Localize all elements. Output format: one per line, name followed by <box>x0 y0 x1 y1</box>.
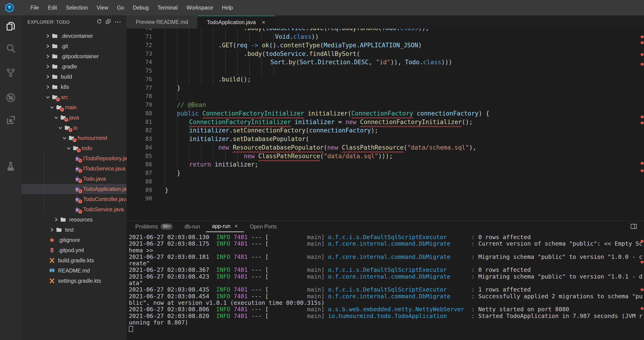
close-tab-icon[interactable]: × <box>234 223 238 229</box>
terminal-output[interactable]: 2021-06-27 02:03:08.130 INFO 7481 --- [ … <box>126 232 644 332</box>
editor-tab-preview-readme.md[interactable]: Preview README.md <box>126 15 198 28</box>
panel-tab-app-run[interactable]: app-run× <box>206 221 244 232</box>
code-line[interactable]: 76.build(); <box>126 75 644 84</box>
folder-file-icon <box>56 227 63 233</box>
code-line[interactable]: 77} <box>126 84 644 92</box>
activity-files-icon[interactable] <box>0 20 21 33</box>
code-line[interactable]: 80public ConnectionFactoryInitializer in… <box>126 109 644 118</box>
terminal-line: 2021-06-27 02:03:08.806 INFO 7481 --- [ … <box>129 306 644 313</box>
tree-item-main[interactable]: ×main <box>21 102 126 112</box>
tree-item-label: build <box>61 74 72 80</box>
tree-item-README.md[interactable]: README.md <box>21 266 126 276</box>
tree-item-.gitignore[interactable]: .gitignore <box>21 235 126 245</box>
chevron-right-icon <box>46 54 52 59</box>
close-tab-icon[interactable]: × <box>262 19 265 26</box>
terminal-line: reate" <box>129 260 644 267</box>
editor-tab-todoapplication.java[interactable]: TodoApplication.java× <box>198 15 275 28</box>
error-badge: × <box>72 138 77 143</box>
tree-item-.gradle[interactable]: .gradle <box>21 61 126 72</box>
error-badge: × <box>78 199 83 204</box>
tree-item-Todo.java[interactable]: ×Todo.java <box>21 174 126 184</box>
tree-item-resources[interactable]: resources <box>21 215 126 225</box>
tree-item-src[interactable]: ×src <box>21 92 126 102</box>
tree-item-.git[interactable]: .git <box>21 41 126 51</box>
menu-item-edit[interactable]: Edit <box>44 0 62 15</box>
activity-test-flask-icon[interactable] <box>0 160 21 173</box>
error-ruler-mark <box>641 63 644 65</box>
split-panel-icon[interactable] <box>630 224 637 230</box>
code-line[interactable]: 85new ClassPathResource("data/data.sql")… <box>126 152 644 160</box>
code-line[interactable]: 83initializer.setDatabasePopulator( <box>126 135 644 143</box>
activity-search-icon[interactable] <box>0 42 21 55</box>
tree-item-todo[interactable]: ×todo <box>21 143 126 153</box>
activity-debug-icon[interactable] <box>0 91 21 104</box>
tree-item-build[interactable]: build <box>21 72 126 82</box>
tree-item-java[interactable]: ×java <box>21 112 126 123</box>
error-ruler-mark <box>641 122 644 124</box>
indent-guides <box>165 84 177 92</box>
code-line[interactable]: 88 <box>126 177 644 186</box>
code-area[interactable]: 70.body(todoService.save(req.bodyToMono(… <box>126 28 644 203</box>
tree-item-humourmind[interactable]: ×humourmind <box>21 133 126 143</box>
menu-item-selection[interactable]: Selection <box>62 0 92 15</box>
panel-tab-problems[interactable]: Problems99+ <box>129 221 178 232</box>
indent-guides <box>165 169 177 177</box>
code-line[interactable]: 79// @Bean <box>126 101 644 109</box>
collapse-all-icon[interactable] <box>106 19 111 25</box>
code-line[interactable]: 89} <box>126 186 644 195</box>
refresh-icon[interactable] <box>96 19 102 25</box>
menu-item-debug[interactable]: Debug <box>128 0 153 15</box>
code-line[interactable]: 74Sort.by(Sort.Direction.DESC, "id")), T… <box>126 58 644 66</box>
tree-item-ITodoRepository.java[interactable]: ×ITodoRepository.java <box>21 153 126 164</box>
git-file-icon <box>49 237 56 243</box>
menu-item-help[interactable]: Help <box>218 0 237 15</box>
menu-item-view[interactable]: View <box>92 0 112 15</box>
activity-extensions-icon[interactable] <box>0 114 21 127</box>
code-line[interactable]: 81ConnectionFactoryInitializer initializ… <box>126 118 644 126</box>
more-actions-icon[interactable]: ··· <box>115 21 122 23</box>
menu-item-go[interactable]: Go <box>112 0 128 15</box>
tree-item-ITodoService.java[interactable]: ×ITodoService.java <box>21 164 126 174</box>
tree-item-.devcontainer[interactable]: .devcontainer <box>21 31 126 41</box>
panel-tab-open-ports[interactable]: Open Ports <box>244 221 283 232</box>
tree-item-test[interactable]: test <box>21 225 126 235</box>
code-line[interactable]: 70.body(todoService.save(req.bodyToMono(… <box>126 28 644 32</box>
indent-guides <box>165 152 244 160</box>
error-badge: × <box>76 148 81 153</box>
tree-item-build.gradle.kts[interactable]: build.gradle.kts <box>21 255 126 266</box>
activity-source-control-icon[interactable] <box>0 66 21 79</box>
panel-tab-db-run[interactable]: db-run <box>178 221 206 232</box>
line-number: 72 <box>126 41 152 50</box>
code-line[interactable]: 84new ResourceDatabasePopulator(new Clas… <box>126 143 644 152</box>
tree-item-io[interactable]: ×io <box>21 123 126 133</box>
java-file-icon: × <box>74 196 81 202</box>
tree-item-settings.gradle.kts[interactable]: settings.gradle.kts <box>21 276 126 286</box>
code-line[interactable]: 82initializer.setConnectionFactory(conne… <box>126 126 644 135</box>
error-badge: × <box>78 168 83 173</box>
code-line[interactable]: 72.GET(req -> ok().contentType(MediaType… <box>126 41 644 50</box>
code-line[interactable]: 75 <box>126 66 644 75</box>
indent-guides <box>165 109 177 118</box>
menu-item-file[interactable]: File <box>26 0 44 15</box>
code-line[interactable]: 90 <box>126 194 644 203</box>
tree-item-k8s[interactable]: k8s <box>21 82 126 92</box>
chevron-down-icon <box>54 115 60 120</box>
tree-item-TodoService.java[interactable]: ×TodoService.java <box>21 204 126 215</box>
tree-item-TodoApplication.java[interactable]: ×TodoApplication.java <box>21 184 126 194</box>
tree-item-label: todo <box>82 145 92 151</box>
explorer-sidebar: EXPLORER: TODO ··· .devcontainer.git.git… <box>21 15 126 340</box>
menu-item-terminal[interactable]: Terminal <box>153 0 182 15</box>
tree-item-.gitpod.yml[interactable]: .gitpod.yml <box>21 245 126 255</box>
terminal-line: 2021-06-27 02:03:08.423 INFO 7481 --- [ … <box>129 274 644 280</box>
code-line[interactable]: 87} <box>126 169 644 177</box>
line-number: 75 <box>126 66 152 75</box>
code-line[interactable]: 78 <box>126 92 644 101</box>
explorer-header: EXPLORER: TODO ··· <box>21 15 126 28</box>
tree-item-.gitpodcontainer[interactable]: .gitpodcontainer <box>21 51 126 61</box>
menu-item-workspace[interactable]: Workspace <box>182 0 218 15</box>
tree-item-label: settings.gradle.kts <box>58 278 101 284</box>
code-line[interactable]: 86return initializer; <box>126 160 644 169</box>
code-line[interactable]: 73.body(todoService.findAllBySort( <box>126 50 644 58</box>
tree-item-TodoController.java[interactable]: ×TodoController.java <box>21 194 126 204</box>
code-line[interactable]: 71Void.class)) <box>126 32 644 41</box>
